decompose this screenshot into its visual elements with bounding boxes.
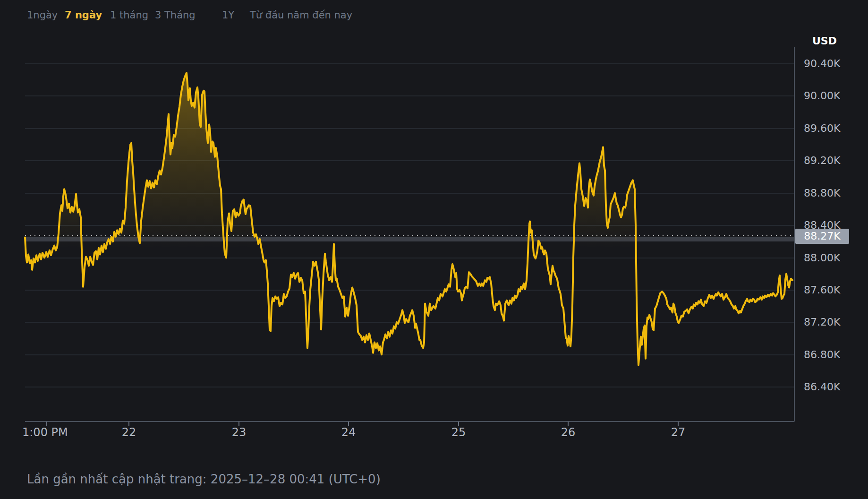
time-range-tab-2[interactable]: 7 ngày [65,9,102,21]
y-axis-label: 90.00K [804,90,840,102]
time-range-tab-6[interactable]: Từ đầu năm đến nay [250,9,352,21]
y-axis-label: 90.40K [804,58,840,70]
time-range-tab-5[interactable]: 1Y [222,9,234,21]
x-axis-label: 27 [671,426,686,439]
x-axis-label: 22 [122,426,136,439]
x-axis-label: 23 [232,426,247,439]
price-chart-screen: 1ngày7 ngày1 tháng3 Tháng1YTừ đầu năm đế… [0,0,868,499]
x-axis-label: 25 [451,426,466,439]
last-updated-text: Lần gần nhất cập nhật trang: 2025–12–28 … [27,472,381,486]
y-axis-label: 86.80K [804,349,840,361]
time-range-tab-1[interactable]: 1ngày [27,9,58,21]
y-axis-label: 86.40K [804,381,840,393]
chart-plot-area[interactable] [25,47,794,422]
y-axis-label: 88.80K [804,187,840,199]
y-axis-label: 87.20K [804,316,840,328]
time-range-selector: 1ngày7 ngày1 tháng3 Tháng1YTừ đầu năm đế… [0,9,868,23]
baseline-price-chip: 88.27K [795,229,849,244]
x-axis-label: 1:00 PM [22,426,68,439]
y-axis-label: 87.60K [804,284,840,296]
x-axis-label: 24 [341,426,356,439]
time-range-tab-4[interactable]: 3 Tháng [155,9,196,21]
y-axis-label: 89.60K [804,122,840,135]
y-axis-label: 89.20K [804,155,840,167]
x-axis-label: 26 [561,426,576,439]
y-axis-label: 88.00K [804,252,840,264]
currency-axis-title: USD [812,35,837,47]
time-range-tab-3[interactable]: 1 tháng [110,9,148,21]
